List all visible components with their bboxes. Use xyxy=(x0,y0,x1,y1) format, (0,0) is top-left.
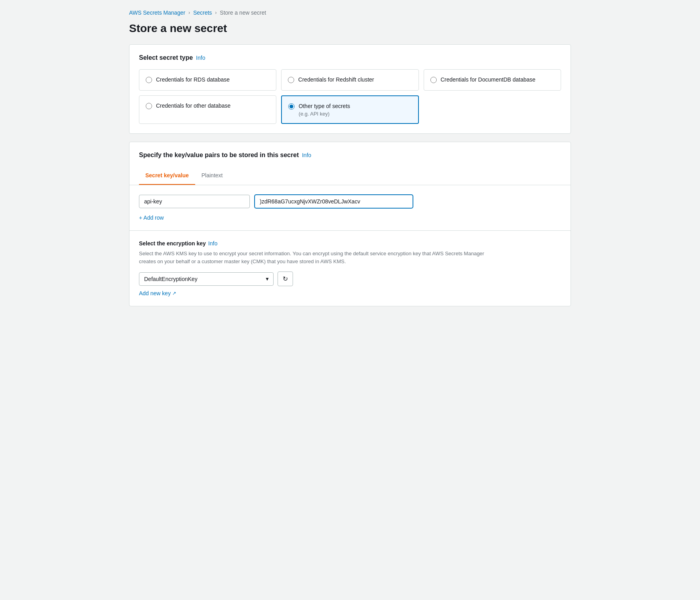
kv-content: + Add row xyxy=(129,185,571,230)
breadcrumb-sep-1: › xyxy=(188,10,190,15)
kv-row-0 xyxy=(139,195,561,208)
radio-rds-label: Credentials for RDS database xyxy=(156,76,230,84)
kv-card: Specify the key/value pairs to be stored… xyxy=(129,142,571,306)
radio-option-redshift[interactable]: Credentials for Redshift cluster xyxy=(281,69,418,91)
breadcrumb-aws-secrets-manager[interactable]: AWS Secrets Manager xyxy=(129,9,185,16)
radio-other-type-sublabel: (e.g. API key) xyxy=(299,111,350,117)
encryption-section: Select the encryption key Info Select th… xyxy=(129,231,571,306)
tab-kv[interactable]: Secret key/value xyxy=(139,167,195,185)
radio-rds[interactable] xyxy=(146,77,152,83)
radio-redshift-label: Credentials for Redshift cluster xyxy=(298,76,374,84)
radio-documentdb[interactable] xyxy=(430,77,437,83)
page-title: Store a new secret xyxy=(129,22,571,35)
refresh-button[interactable]: ↻ xyxy=(278,272,293,286)
breadcrumb-current: Store a new secret xyxy=(220,9,266,16)
external-link-icon: ↗ xyxy=(172,291,176,296)
kv-info-link[interactable]: Info xyxy=(302,152,311,158)
secret-type-section: Select secret type Info Credentials for … xyxy=(129,45,571,133)
radio-other-type[interactable] xyxy=(288,103,295,110)
radio-option-rds[interactable]: Credentials for RDS database xyxy=(139,69,276,91)
breadcrumb-secrets[interactable]: Secrets xyxy=(193,9,212,16)
radio-redshift[interactable] xyxy=(288,77,294,83)
kv-header-section: Specify the key/value pairs to be stored… xyxy=(129,142,571,159)
secret-type-heading: Select secret type xyxy=(139,54,193,61)
secret-type-options: Credentials for RDS database Credentials… xyxy=(139,69,561,124)
breadcrumb-sep-2: › xyxy=(215,10,217,15)
kv-tabs: Secret key/value Plaintext xyxy=(129,167,571,185)
encryption-description: Select the AWS KMS key to use to encrypt… xyxy=(139,250,495,265)
encryption-heading-text: Select the encryption key xyxy=(139,240,206,247)
breadcrumb: AWS Secrets Manager › Secrets › Store a … xyxy=(129,9,571,16)
radio-other-db[interactable] xyxy=(146,103,152,109)
radio-other-type-label: Other type of secrets xyxy=(299,103,350,110)
radio-other-db-label: Credentials for other database xyxy=(156,102,230,110)
radio-documentdb-label: Credentials for DocumentDB database xyxy=(441,76,536,84)
add-row-link[interactable]: + Add row xyxy=(139,215,164,221)
radio-option-other-db[interactable]: Credentials for other database xyxy=(139,95,276,124)
kv-heading: Specify the key/value pairs to be stored… xyxy=(139,152,561,159)
secret-type-info-link[interactable]: Info xyxy=(196,55,205,61)
encryption-select-wrapper: DefaultEncryptionKey aws/secretsmanager … xyxy=(139,272,274,286)
kv-key-input-0[interactable] xyxy=(139,195,250,208)
tab-plaintext[interactable]: Plaintext xyxy=(195,167,229,185)
secret-type-card: Select secret type Info Credentials for … xyxy=(129,44,571,134)
secret-type-header: Select secret type Info xyxy=(139,54,561,61)
add-new-key-label: Add new key xyxy=(139,290,171,296)
kv-value-input-0[interactable] xyxy=(255,195,413,208)
encryption-info-link[interactable]: Info xyxy=(208,240,217,247)
encryption-controls: DefaultEncryptionKey aws/secretsmanager … xyxy=(139,272,561,286)
radio-option-other-type[interactable]: Other type of secrets (e.g. API key) xyxy=(281,95,418,124)
refresh-icon: ↻ xyxy=(283,275,288,283)
kv-heading-text: Specify the key/value pairs to be stored… xyxy=(139,152,299,159)
radio-option-documentdb[interactable]: Credentials for DocumentDB database xyxy=(424,69,561,91)
encryption-key-select[interactable]: DefaultEncryptionKey aws/secretsmanager xyxy=(139,272,274,286)
encryption-title: Select the encryption key Info xyxy=(139,240,561,247)
add-new-key-link[interactable]: Add new key ↗ xyxy=(139,290,176,296)
